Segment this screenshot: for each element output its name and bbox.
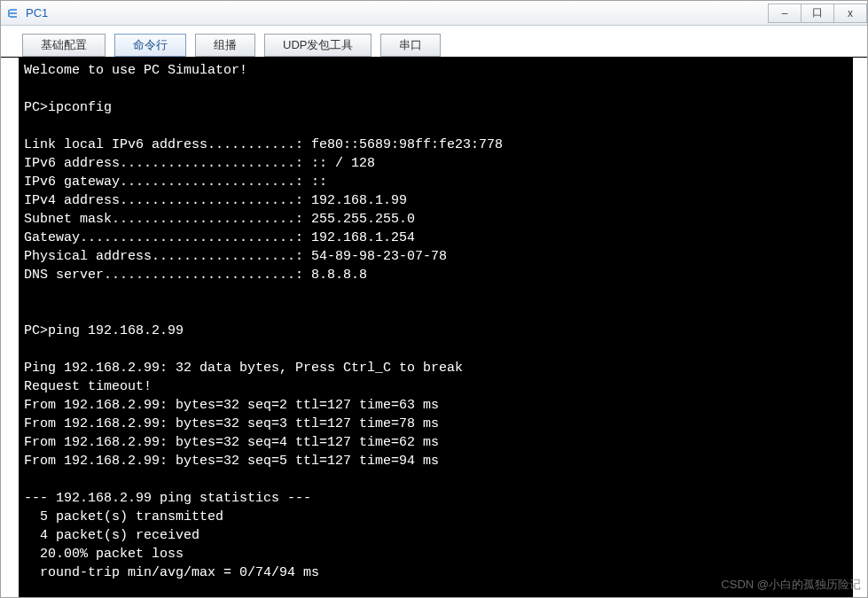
tab-multicast[interactable]: 组播 <box>195 34 255 57</box>
terminal-line: From 192.168.2.99: bytes=32 seq=2 ttl=12… <box>24 398 439 413</box>
terminal-line: 4 packet(s) received <box>24 528 199 543</box>
terminal-line: Subnet mask.......................: 255.… <box>24 212 415 227</box>
terminal-line: From 192.168.2.99: bytes=32 seq=3 ttl=12… <box>24 416 439 431</box>
terminal-line: Gateway...........................: 192.… <box>24 230 415 245</box>
titlebar[interactable]: PC1 – 口 x <box>1 1 867 26</box>
terminal-line: --- 192.168.2.99 ping statistics --- <box>24 491 311 506</box>
tab-serial[interactable]: 串口 <box>380 34 441 57</box>
tab-basic-config[interactable]: 基础配置 <box>22 34 106 57</box>
app-icon <box>6 6 20 20</box>
terminal-prompt: PC>ipconfig <box>24 100 112 115</box>
terminal-line: From 192.168.2.99: bytes=32 seq=4 ttl=12… <box>24 435 439 450</box>
terminal-line: IPv6 gateway......................: :: <box>24 175 327 190</box>
tab-label: 基础配置 <box>41 37 87 53</box>
tab-udp-tool[interactable]: UDP发包工具 <box>264 34 371 57</box>
window-title: PC1 <box>26 6 769 19</box>
terminal-line: Ping 192.168.2.99: 32 data bytes, Press … <box>24 361 463 376</box>
terminal-line: IPv6 address......................: :: /… <box>24 156 375 171</box>
terminal-line: 5 packet(s) transmitted <box>24 509 223 524</box>
tab-command-line[interactable]: 命令行 <box>114 34 186 57</box>
tab-label: 组播 <box>214 37 237 53</box>
terminal-prompt: PC>ping 192.168.2.99 <box>24 323 184 338</box>
app-window: PC1 – 口 x 基础配置 命令行 组播 UDP发包工具 串口 Welcome… <box>0 0 868 598</box>
terminal-line: IPv4 address......................: 192.… <box>24 193 407 208</box>
minimize-button[interactable]: – <box>768 4 802 23</box>
terminal-line: round-trip min/avg/max = 0/74/94 ms <box>24 565 319 580</box>
tab-label: UDP发包工具 <box>283 37 353 53</box>
tab-label: 串口 <box>399 37 422 53</box>
terminal-line: Physical address..................: 54-8… <box>24 249 447 264</box>
terminal-line: Request timeout! <box>24 379 152 394</box>
maximize-button[interactable]: 口 <box>801 4 834 23</box>
tab-label: 命令行 <box>133 37 168 53</box>
terminal-output[interactable]: Welcome to use PC Simulator! PC>ipconfig… <box>13 58 858 597</box>
window-controls: – 口 x <box>769 4 867 23</box>
tabs-row: 基础配置 命令行 组播 UDP发包工具 串口 <box>1 26 867 58</box>
terminal-line: 20.00% packet loss <box>24 547 184 562</box>
terminal-line: DNS server........................: 8.8.… <box>24 268 367 283</box>
terminal-line: Link local IPv6 address...........: fe80… <box>24 137 503 152</box>
terminal-line: From 192.168.2.99: bytes=32 seq=5 ttl=12… <box>24 454 439 469</box>
close-button[interactable]: x <box>833 4 867 23</box>
terminal-line: Welcome to use PC Simulator! <box>24 63 247 78</box>
